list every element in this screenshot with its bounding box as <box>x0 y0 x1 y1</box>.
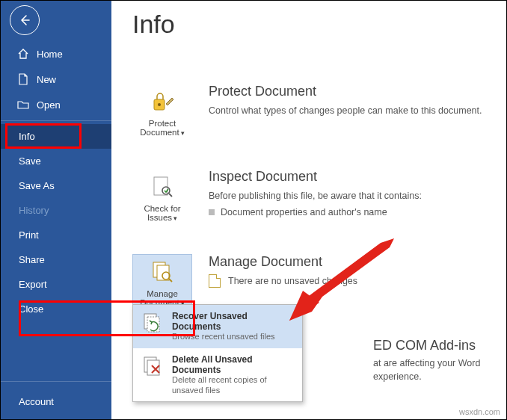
sidebar-separator <box>1 381 111 382</box>
sidebar-item-label: Close <box>19 303 43 315</box>
sidebar-item-label: Export <box>19 279 47 290</box>
sidebar-item-label: Print <box>19 229 39 241</box>
dropdown-caret-icon: ▾ <box>173 214 177 222</box>
sidebar-item-save-as[interactable]: Save As <box>1 173 111 198</box>
sidebar-item-home[interactable]: Home <box>1 41 111 67</box>
delete-document-icon <box>141 354 165 378</box>
protect-document-button[interactable]: Protect Document▾ <box>132 84 192 140</box>
sidebar-item-new[interactable]: New <box>1 67 111 92</box>
sidebar-item-close[interactable]: Close <box>1 297 111 321</box>
manage-status-text: There are no unsaved changes <box>228 276 357 286</box>
open-folder-icon <box>17 99 29 111</box>
sidebar-item-info[interactable]: Info <box>1 124 111 149</box>
protect-section: Protect Document▾ Protect Document Contr… <box>132 84 485 140</box>
sidebar-item-label: Open <box>37 99 61 111</box>
sidebar-item-label: Home <box>37 49 63 60</box>
manage-status-row: There are no unsaved changes <box>209 274 485 288</box>
sidebar-item-label: History <box>19 205 49 216</box>
sidebar-nav: Home New Open Info Save Save As History … <box>1 41 111 321</box>
manage-section: Manage Document▾ Manage Document There a… <box>132 254 485 311</box>
watermark: wsxdn.com <box>459 407 500 416</box>
sidebar-item-label: Save As <box>19 180 55 191</box>
sidebar-item-label: Save <box>19 155 41 167</box>
button-label: Protect Document <box>140 119 179 137</box>
section-description-partial: at are affecting your Word experience. <box>373 356 506 383</box>
com-addins-section-partial: ED COM Add-ins at are affecting your Wor… <box>373 338 506 383</box>
sidebar-item-label: Share <box>19 254 45 265</box>
inspect-document-icon <box>150 174 175 200</box>
svg-point-1 <box>158 103 161 106</box>
document-mini-icon <box>209 274 221 288</box>
menu-item-title: Delete All Unsaved Documents <box>172 354 295 375</box>
back-arrow-icon <box>18 13 31 27</box>
dropdown-caret-icon: ▾ <box>181 129 185 137</box>
file-sidebar: Home New Open Info Save Save As History … <box>1 1 111 420</box>
delete-all-unsaved-documents-item[interactable]: Delete All Unsaved Documents Delete all … <box>133 348 302 402</box>
new-document-icon <box>17 73 29 85</box>
home-icon <box>17 48 29 60</box>
section-description: Control what types of changes people can… <box>209 104 485 117</box>
section-title: Inspect Document <box>209 169 485 185</box>
sidebar-item-label: Info <box>19 131 35 142</box>
back-button[interactable] <box>10 5 40 35</box>
sidebar-item-account[interactable]: Account <box>19 396 54 407</box>
sidebar-item-share[interactable]: Share <box>1 247 111 272</box>
bullet-icon <box>209 209 215 215</box>
manage-document-dropdown: Recover Unsaved Documents Browse recent … <box>132 304 303 402</box>
section-title: Manage Document <box>209 254 485 270</box>
menu-item-subtitle: Delete all recent copies of unsaved file… <box>172 375 295 396</box>
lock-key-icon <box>150 89 175 114</box>
inspect-bullet: Document properties and author's name <box>209 207 485 217</box>
sidebar-item-open[interactable]: Open <box>1 92 111 117</box>
sidebar-item-history: History <box>1 198 111 223</box>
sidebar-separator <box>1 120 111 121</box>
bullet-text: Document properties and author's name <box>221 207 387 217</box>
section-title-partial: ED COM Add-ins <box>373 338 506 353</box>
sidebar-item-save[interactable]: Save <box>1 149 111 173</box>
main-content: Info Protect Document▾ Protect Document … <box>111 1 506 419</box>
manage-document-button[interactable]: Manage Document▾ <box>132 254 192 311</box>
inspect-section: Check for Issues▾ Inspect Document Befor… <box>132 169 485 226</box>
section-description: Before publishing this file, be aware th… <box>209 189 485 203</box>
sidebar-item-print[interactable]: Print <box>1 223 111 247</box>
menu-item-subtitle: Browse recent unsaved files <box>172 332 295 342</box>
manage-document-icon <box>150 259 175 285</box>
check-for-issues-button[interactable]: Check for Issues▾ <box>132 169 192 226</box>
recover-unsaved-documents-item[interactable]: Recover Unsaved Documents Browse recent … <box>133 305 302 348</box>
sidebar-item-export[interactable]: Export <box>1 272 111 297</box>
recover-document-icon <box>141 311 165 335</box>
sidebar-item-label: New <box>37 74 56 85</box>
section-title: Protect Document <box>209 84 485 99</box>
page-title: Info <box>132 10 485 39</box>
menu-item-title: Recover Unsaved Documents <box>172 311 295 332</box>
